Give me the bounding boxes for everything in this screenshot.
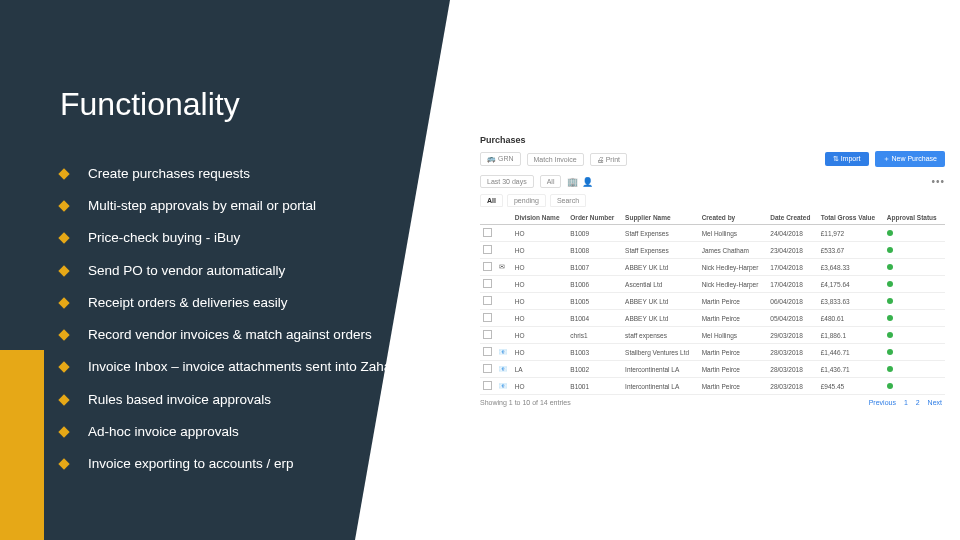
col-header[interactable]: Approval Status [884,211,945,225]
pager-next[interactable]: Next [928,399,942,406]
table-row[interactable]: 📧LAB1002Intercontinental LAMartin Peirce… [480,361,945,378]
table-row[interactable]: HOB1006Ascential LtdNick Hedley-Harper17… [480,276,945,293]
plus-icon: ＋ [883,155,890,162]
pager-page-2[interactable]: 2 [916,399,920,406]
new-purchase-button[interactable]: ＋ New Purchase [875,151,945,167]
bullet-text: Receipt orders & deliveries easily [88,294,288,312]
slide-title: Functionality [60,86,240,123]
print-button[interactable]: 🖨 Print [590,153,627,166]
date-range-select[interactable]: Last 30 days [480,175,534,188]
print-icon: 🖨 [597,156,604,163]
diamond-icon [58,426,69,437]
division-select[interactable]: All [540,175,562,188]
more-icon[interactable]: ••• [931,176,945,187]
diamond-icon [58,168,69,179]
bullet-list: Create purchases requestsMulti-step appr… [60,165,420,487]
bullet-item: Invoice Inbox – invoice attachments sent… [60,358,420,376]
bullet-item: Receipt orders & deliveries easily [60,294,420,312]
bullet-item: Record vendor invoices & match against o… [60,326,420,344]
tab-search[interactable]: Search [550,194,586,207]
table-row[interactable]: HOB1009Staff ExpensesMel Hollings24/04/2… [480,225,945,242]
col-header[interactable] [480,211,496,225]
gold-accent [0,350,44,540]
bullet-item: Create purchases requests [60,165,420,183]
match-button[interactable]: Match Invoice [527,153,584,166]
toolbar: 🚌 GRN Match Invoice 🖨 Print ⇅ Import ＋ N… [480,151,945,167]
diamond-icon [58,265,69,276]
table-row[interactable]: ✉HOB1007ABBEY UK LtdNick Hedley-Harper17… [480,259,945,276]
table-row[interactable]: 📧HOB1003Stallberg Ventures LtdMartin Pei… [480,344,945,361]
diamond-icon [58,201,69,212]
import-icon: ⇅ [833,155,839,162]
diamond-icon [58,329,69,340]
app-screenshot: Purchases 🚌 GRN Match Invoice 🖨 Print ⇅ … [480,135,945,406]
tabs: All pending Search [480,194,945,207]
filter-icons: 🏢 👤 [567,177,593,187]
user-icon[interactable]: 👤 [582,177,593,187]
bullet-item: Ad-hoc invoice approvals [60,423,420,441]
purchases-table: Division NameOrder NumberSupplier NameCr… [480,211,945,395]
bullet-item: Invoice exporting to accounts / erp [60,455,420,473]
col-header[interactable]: Supplier Name [622,211,699,225]
diamond-icon [58,297,69,308]
diamond-icon [58,362,69,373]
bullet-text: Invoice exporting to accounts / erp [88,455,294,473]
bullet-text: Ad-hoc invoice approvals [88,423,239,441]
table-row[interactable]: 📧HOB1001Intercontinental LAMartin Peirce… [480,378,945,395]
pager-prev[interactable]: Previous [869,399,896,406]
pager: Showing 1 to 10 of 14 entries Previous 1… [480,399,945,406]
bullet-item: Multi-step approvals by email or portal [60,197,420,215]
bullet-text: Create purchases requests [88,165,250,183]
bullet-item: Send PO to vendor automatically [60,262,420,280]
bullet-text: Invoice Inbox – invoice attachments sent… [88,358,403,376]
tab-all[interactable]: All [480,194,503,207]
col-header[interactable] [496,211,511,225]
import-button[interactable]: ⇅ Import [825,152,869,166]
bullet-item: Price-check buying - iBuy [60,229,420,247]
bullet-text: Multi-step approvals by email or portal [88,197,316,215]
bullet-item: Rules based invoice approvals [60,391,420,409]
bullet-text: Rules based invoice approvals [88,391,271,409]
filter-row: Last 30 days All 🏢 👤 ••• [480,175,945,188]
pager-showing: Showing 1 to 10 of 14 entries [480,399,571,406]
table-row[interactable]: HOchris1staff expensesMel Hollings29/03/… [480,327,945,344]
screenshot-heading: Purchases [480,135,945,145]
bullet-text: Record vendor invoices & match against o… [88,326,372,344]
diamond-icon [58,233,69,244]
col-header[interactable]: Order Number [567,211,622,225]
table-row[interactable]: HOB1008Staff ExpensesJames Chatham23/04/… [480,242,945,259]
building-icon[interactable]: 🏢 [567,177,578,187]
tab-pending[interactable]: pending [507,194,546,207]
grn-icon: 🚌 [487,155,496,162]
diamond-icon [58,458,69,469]
grn-button[interactable]: 🚌 GRN [480,152,521,166]
slide: Functionality Create purchases requestsM… [0,0,960,540]
col-header[interactable]: Date Created [767,211,817,225]
col-header[interactable]: Division Name [512,211,568,225]
col-header[interactable]: Total Gross Value [818,211,884,225]
diamond-icon [58,394,69,405]
table-row[interactable]: HOB1005ABBEY UK LtdMartin Peirce06/04/20… [480,293,945,310]
pager-page-1[interactable]: 1 [904,399,908,406]
bullet-text: Price-check buying - iBuy [88,229,240,247]
table-row[interactable]: HOB1004ABBEY UK LtdMartin Peirce05/04/20… [480,310,945,327]
col-header[interactable]: Created by [699,211,768,225]
bullet-text: Send PO to vendor automatically [88,262,285,280]
